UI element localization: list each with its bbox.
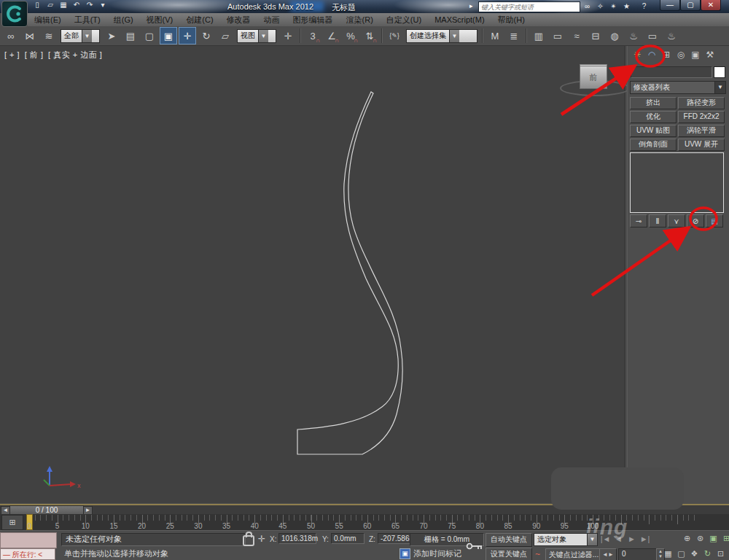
- chevron-down-icon[interactable]: ▼: [82, 30, 92, 42]
- rect-selection-region-icon[interactable]: ▢: [141, 27, 158, 44]
- select-and-manipulate-icon[interactable]: ✛: [279, 27, 297, 44]
- window-crossing-toggle-icon[interactable]: ▣: [160, 27, 177, 44]
- tab-create-icon[interactable]: ✳: [631, 48, 644, 61]
- angle-snap-icon[interactable]: ∠∩: [323, 27, 340, 44]
- frame-tick-75[interactable]: 75: [448, 522, 456, 530]
- quick-access-more-icon[interactable]: ▾: [96, 0, 109, 10]
- frame-tick-50[interactable]: 50: [307, 522, 315, 530]
- auto-key-button[interactable]: 自动关键点: [486, 533, 532, 547]
- mirror-icon[interactable]: M: [486, 27, 504, 44]
- frame-tick-90[interactable]: 90: [532, 522, 540, 530]
- search-input[interactable]: [478, 1, 580, 12]
- modifier-button-2[interactable]: 优化: [630, 111, 677, 123]
- frame-tick-15[interactable]: 15: [109, 522, 117, 530]
- y-coordinate-field[interactable]: 0.0mm: [331, 533, 364, 544]
- percent-snap-icon[interactable]: %∩: [342, 27, 359, 44]
- select-and-link-icon[interactable]: ∞: [2, 27, 20, 44]
- spinner-snap-icon[interactable]: ⇅∩: [361, 27, 378, 44]
- key-filter-selected-dropdown[interactable]: 选定对象 ▼: [534, 533, 598, 546]
- render-production-icon[interactable]: ♨: [663, 27, 680, 44]
- schematic-view-icon[interactable]: ⊟: [587, 27, 604, 44]
- snaps-toggle-3d-icon[interactable]: 3∩: [304, 27, 321, 44]
- unlink-selection-icon[interactable]: ⋈: [21, 27, 39, 44]
- object-name-field[interactable]: [631, 66, 712, 78]
- key-mode-toggle[interactable]: ◄►: [599, 548, 617, 560]
- render-setup-icon[interactable]: ♨: [625, 27, 642, 44]
- menu-item-0[interactable]: 编辑(E): [28, 13, 68, 26]
- open-mini-curve-editor-button[interactable]: ⊞: [1, 515, 23, 530]
- tab-hierarchy-icon[interactable]: ⊞: [660, 48, 673, 61]
- menu-item-6[interactable]: 动画: [257, 13, 286, 26]
- redo-icon[interactable]: ↷: [83, 0, 96, 10]
- set-keys-button[interactable]: [465, 534, 484, 558]
- absolute-mode-transform-icon[interactable]: ✛: [258, 534, 265, 544]
- frame-tick-35[interactable]: 35: [222, 522, 230, 530]
- zoom-icon[interactable]: ⊕: [681, 532, 693, 544]
- menu-item-3[interactable]: 视图(V): [140, 13, 180, 26]
- new-file-icon[interactable]: ▯: [31, 0, 44, 10]
- modifier-list-dropdown[interactable]: 修改器列表 ▼: [630, 81, 726, 94]
- frame-tick-55[interactable]: 55: [335, 522, 343, 530]
- minimize-button[interactable]: —: [660, 0, 680, 11]
- align-icon[interactable]: ≣: [505, 27, 523, 44]
- tab-display-icon[interactable]: ▣: [689, 48, 702, 61]
- set-key-button[interactable]: 设置关键点: [486, 548, 532, 560]
- application-menu-button[interactable]: [1, 1, 28, 27]
- undo-icon[interactable]: ↶: [70, 0, 83, 10]
- frame-tick-70[interactable]: 70: [420, 522, 428, 530]
- modifier-button-1[interactable]: 路径变形: [678, 97, 725, 109]
- search-icon[interactable]: ∞: [582, 1, 593, 12]
- select-and-scale-icon[interactable]: ▱: [217, 27, 234, 44]
- frame-tick-65[interactable]: 65: [391, 522, 399, 530]
- object-color-swatch[interactable]: [714, 66, 725, 78]
- graphite-ribbon-icon[interactable]: ▭: [549, 27, 566, 44]
- material-editor-icon[interactable]: ◍: [606, 27, 623, 44]
- default-in-out-tangents-icon[interactable]: ~: [532, 549, 543, 560]
- go-to-end-icon[interactable]: ►|: [639, 533, 651, 545]
- frame-tick-80[interactable]: 80: [476, 522, 484, 530]
- modifier-stack-list[interactable]: [630, 152, 724, 213]
- workspace-arrow-icon[interactable]: ▸: [469, 2, 473, 9]
- key-filters-button[interactable]: 关键点过滤器...: [545, 548, 602, 560]
- modifier-button-0[interactable]: 挤出: [630, 97, 677, 109]
- maximize-viewport-toggle-icon[interactable]: ⊡: [714, 548, 727, 559]
- orbit-icon[interactable]: ↻: [701, 548, 714, 559]
- frame-tick-20[interactable]: 20: [138, 522, 146, 530]
- menu-item-2[interactable]: 组(G): [107, 13, 140, 26]
- configure-modifier-sets-icon[interactable]: ▤: [706, 214, 723, 228]
- pin-stack-icon[interactable]: ⊸: [630, 214, 647, 228]
- rendered-frame-window-icon[interactable]: ▭: [644, 27, 661, 44]
- frame-tick-5[interactable]: 5: [55, 522, 60, 530]
- frame-tick-40[interactable]: 40: [251, 522, 259, 530]
- add-time-tag-label[interactable]: 添加时间标记: [413, 548, 461, 559]
- select-and-rotate-icon[interactable]: ↻: [198, 27, 215, 44]
- bind-to-space-warp-icon[interactable]: ≋: [40, 27, 58, 44]
- show-end-result-icon[interactable]: Ⅱ: [649, 214, 666, 228]
- menu-item-1[interactable]: 工具(T): [68, 13, 107, 26]
- chevron-down-icon[interactable]: ▼: [714, 82, 725, 93]
- menu-item-10[interactable]: MAXScript(M): [428, 13, 491, 26]
- frame-tick-0[interactable]: 0: [27, 522, 31, 530]
- reference-coordinate-dropdown[interactable]: 视图▼: [237, 29, 276, 43]
- chevron-down-icon[interactable]: ▼: [449, 30, 459, 42]
- frame-tick-25[interactable]: 25: [166, 522, 174, 530]
- key-login-icon[interactable]: ✧: [595, 1, 606, 12]
- open-file-icon[interactable]: ▱: [44, 0, 57, 10]
- modifier-button-4[interactable]: UVW 贴图: [630, 125, 677, 137]
- maxscript-mini-listener[interactable]: [0, 532, 57, 548]
- frame-tick-85[interactable]: 85: [504, 522, 512, 530]
- frame-tick-10[interactable]: 10: [82, 522, 90, 530]
- menu-item-9[interactable]: 自定义(U): [380, 13, 428, 26]
- pan-hand-icon[interactable]: ❖: [688, 548, 701, 559]
- selection-lock-icon[interactable]: [243, 535, 254, 546]
- modifier-button-7[interactable]: UVW 展开: [678, 139, 725, 151]
- select-by-name-icon[interactable]: ▤: [122, 27, 139, 44]
- favorites-star-icon[interactable]: ★: [621, 1, 632, 12]
- named-selection-sets-dropdown[interactable]: 创建选择集▼: [406, 29, 477, 43]
- add-time-tag[interactable]: ▣ 添加时间标记: [399, 548, 461, 559]
- zoom-region-icon[interactable]: ▢: [675, 548, 687, 559]
- x-coordinate-field[interactable]: 1016.318m: [278, 533, 316, 544]
- modifier-button-5[interactable]: 涡轮平滑: [678, 125, 725, 137]
- zoom-extents-all-icon[interactable]: ⊞: [720, 532, 729, 544]
- modifier-button-3[interactable]: FFD 2x2x2: [678, 111, 725, 123]
